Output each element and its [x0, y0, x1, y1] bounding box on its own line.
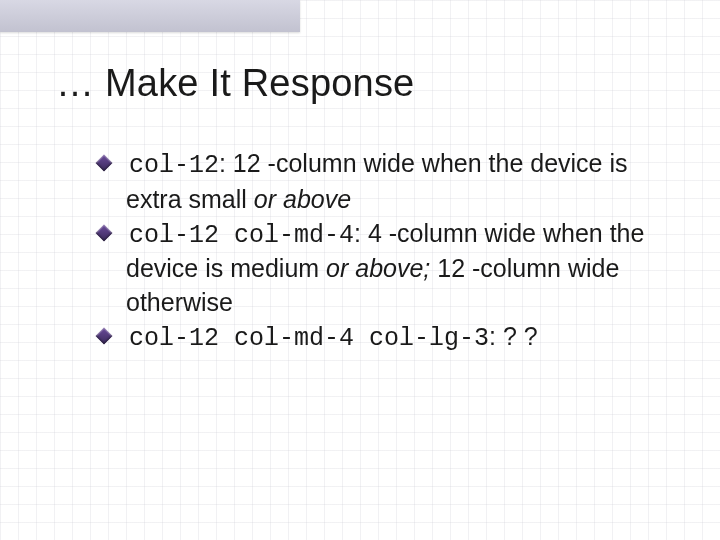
bullet-italic: or above	[254, 185, 351, 213]
code-snippet: col-12 col-md-4 col-lg-3	[129, 324, 489, 353]
bullet-item: col-12 col-md-4 col-lg-3: ? ?	[98, 320, 664, 356]
bullet-item: col-12 col-md-4: 4 -column wide when the…	[98, 217, 664, 320]
code-snippet: col-12	[129, 151, 219, 180]
bullet-list: col-12: 12 -column wide when the device …	[56, 147, 664, 356]
bullet-text: : ? ?	[489, 322, 538, 350]
code-snippet: col-12 col-md-4	[129, 221, 354, 250]
slide-content: … Make It Response col-12: 12 -column wi…	[0, 0, 720, 356]
bullet-italic: or above;	[326, 254, 430, 282]
slide-title: … Make It Response	[56, 62, 664, 105]
bullet-item: col-12: 12 -column wide when the device …	[98, 147, 664, 217]
